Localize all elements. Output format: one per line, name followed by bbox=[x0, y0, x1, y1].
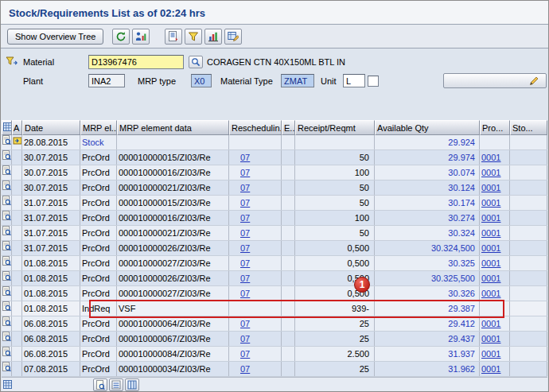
details-icon[interactable] bbox=[2, 286, 11, 297]
table-row[interactable]: 01.08.2015 PrcOrd 000010000027/ZI03/Re 0… bbox=[2, 286, 547, 301]
grid-icon[interactable] bbox=[2, 120, 12, 135]
blank-field[interactable] bbox=[368, 76, 379, 87]
exception-link[interactable]: 07 bbox=[240, 364, 250, 374]
table-pencil-icon[interactable] bbox=[224, 29, 242, 45]
pro-link[interactable]: 0001 bbox=[481, 228, 500, 238]
details-icon[interactable] bbox=[2, 165, 11, 176]
edit-button[interactable] bbox=[443, 73, 547, 88]
details-icon[interactable] bbox=[2, 332, 11, 342]
col-available-qty[interactable]: Available Qty bbox=[375, 120, 480, 135]
table-row[interactable]: 31.07.2015 PrcOrd 000010000026/ZI03/Re 0… bbox=[2, 241, 547, 256]
chart-icon[interactable] bbox=[204, 29, 222, 45]
details-icon[interactable] bbox=[2, 347, 11, 357]
rescheduling-cell: 07 bbox=[229, 211, 282, 225]
exception-link[interactable]: 07 bbox=[240, 319, 250, 328]
table-row[interactable]: 31.07.2015 PrcOrd 000010000021/ZI03/Re 0… bbox=[2, 226, 547, 241]
date-cell: 30.07.2015 bbox=[22, 165, 80, 180]
pro-cell: 0001 bbox=[480, 165, 510, 180]
page-arrow-icon[interactable] bbox=[165, 29, 182, 45]
details-icon[interactable] bbox=[2, 196, 11, 206]
table-row[interactable]: 06.08.2015 PrcOrd 000010000084/ZI03/Re 0… bbox=[2, 347, 547, 362]
col-exception[interactable]: E... bbox=[282, 120, 295, 135]
table-row[interactable]: 06.08.2015 PrcOrd 000010000064/ZI03/Re 0… bbox=[2, 316, 547, 332]
col-mrp-element[interactable]: MRP el... bbox=[80, 120, 117, 135]
exception-link[interactable]: 07 bbox=[240, 274, 250, 283]
pro-link[interactable]: 0001 bbox=[481, 364, 500, 374]
stock-segment-icon[interactable] bbox=[13, 136, 22, 146]
detail-view-icon[interactable] bbox=[93, 378, 107, 391]
details-icon[interactable] bbox=[2, 180, 11, 191]
pro-link[interactable]: 0001 bbox=[481, 334, 500, 343]
matchcode-icon[interactable] bbox=[189, 56, 203, 68]
filter-icon[interactable] bbox=[185, 29, 202, 45]
pro-link[interactable]: 0001 bbox=[481, 243, 500, 253]
exception-link[interactable]: 07 bbox=[240, 243, 250, 253]
details-icon[interactable] bbox=[2, 135, 11, 146]
table-row[interactable]: 28.08.2015 Stock 29.924 bbox=[2, 135, 547, 150]
pencil-icon bbox=[529, 76, 539, 87]
person-chart-icon[interactable] bbox=[132, 29, 150, 45]
table-row[interactable]: 31.07.2015 PrcOrd 000010000016/ZI03/Re 0… bbox=[2, 211, 547, 226]
mrp-element-data-cell: 000010000026/ZI03/Re bbox=[117, 271, 229, 285]
pro-link[interactable]: 0001 bbox=[481, 213, 500, 223]
exception-link[interactable]: 07 bbox=[240, 258, 250, 268]
exception-link[interactable]: 07 bbox=[240, 334, 250, 343]
col-rescheduling[interactable]: Reschedulin... bbox=[229, 120, 282, 135]
material-type-input[interactable]: ZMAT bbox=[281, 74, 314, 87]
exception-link[interactable]: 07 bbox=[240, 228, 250, 238]
details-icon[interactable] bbox=[2, 362, 11, 372]
pro-link[interactable]: 0001 bbox=[481, 319, 500, 328]
exception-link[interactable]: 07 bbox=[240, 213, 250, 223]
pro-link[interactable]: 0001 bbox=[481, 289, 500, 298]
table-row[interactable]: 01.08.2015 PrcOrd 000010000026/ZI03/Re 0… bbox=[2, 271, 547, 286]
table-row[interactable]: 31.07.2015 PrcOrd 000010000015/ZI03/Re 0… bbox=[2, 196, 547, 211]
exception-link[interactable]: 07 bbox=[240, 153, 250, 162]
pro-link[interactable]: 0001 bbox=[481, 274, 500, 283]
details-icon[interactable] bbox=[2, 226, 11, 236]
exception-link[interactable]: 07 bbox=[240, 168, 250, 177]
details-icon[interactable] bbox=[2, 301, 11, 312]
pro-link[interactable]: 0001 bbox=[481, 349, 500, 359]
table-row[interactable]: 30.07.2015 PrcOrd 000010000016/ZI03/Re 0… bbox=[2, 165, 547, 180]
show-overview-tree-button[interactable]: Show Overview Tree bbox=[7, 29, 103, 45]
segment-funnel-icon[interactable] bbox=[6, 56, 18, 67]
details-icon[interactable] bbox=[2, 256, 11, 266]
col-a[interactable]: A bbox=[12, 120, 22, 135]
col-mrp-element-data[interactable]: MRP element data bbox=[117, 120, 229, 135]
pro-link[interactable]: 0001 bbox=[481, 153, 500, 162]
pro-link[interactable]: 0001 bbox=[481, 168, 500, 177]
col-pro[interactable]: Pro... bbox=[480, 120, 510, 135]
refresh-icon[interactable] bbox=[112, 29, 130, 45]
exception-link[interactable]: 07 bbox=[240, 289, 250, 298]
table-row[interactable]: 01.08.2015 IndReq VSF 939- 29.387 bbox=[2, 301, 547, 316]
grid-icon[interactable] bbox=[3, 380, 12, 389]
table-row[interactable]: 06.08.2015 PrcOrd 000010000067/ZI03/Re 0… bbox=[2, 332, 547, 347]
col-sto[interactable]: Sto... bbox=[510, 120, 547, 135]
sto-cell bbox=[510, 256, 547, 270]
table-row[interactable]: 30.07.2015 PrcOrd 000010000015/ZI03/Re 0… bbox=[2, 150, 547, 165]
plant-input[interactable]: INA2 bbox=[88, 74, 125, 87]
unit-input[interactable]: L bbox=[343, 74, 365, 87]
mrp-element-data-cell: 000010000064/ZI03/Re bbox=[117, 316, 229, 331]
list-view-icon[interactable] bbox=[109, 378, 123, 391]
material-input[interactable]: D13967476 bbox=[88, 55, 184, 69]
exception-link[interactable]: 07 bbox=[240, 349, 250, 359]
mrp-type-input[interactable]: X0 bbox=[191, 74, 212, 87]
table-row[interactable]: 30.07.2015 PrcOrd 000010000021/ZI03/Re 0… bbox=[2, 180, 547, 196]
col-receipt-reqmt[interactable]: Receipt/Reqmt bbox=[295, 120, 375, 135]
details-icon[interactable] bbox=[2, 150, 11, 161]
details-icon[interactable] bbox=[2, 241, 11, 251]
pro-link[interactable]: 0001 bbox=[481, 258, 500, 268]
mrp-element-data-cell: 000010000067/ZI03/Re bbox=[117, 332, 229, 346]
details-icon[interactable] bbox=[2, 316, 11, 327]
details-icon[interactable] bbox=[2, 271, 11, 281]
exception-link[interactable]: 07 bbox=[240, 183, 250, 192]
pro-link[interactable]: 0001 bbox=[481, 183, 500, 192]
table-row[interactable]: 07.08.2015 PrcOrd 000010000034/ZI03/Re 0… bbox=[2, 362, 547, 377]
table-row[interactable]: 01.08.2015 PrcOrd 000010000027/ZI03/Re 0… bbox=[2, 256, 547, 271]
exception-link[interactable]: 07 bbox=[240, 198, 250, 208]
details-icon[interactable] bbox=[2, 211, 11, 221]
columns-icon[interactable] bbox=[125, 378, 139, 391]
pro-link[interactable]: 0001 bbox=[481, 198, 500, 208]
col-date[interactable]: Date bbox=[22, 120, 80, 135]
